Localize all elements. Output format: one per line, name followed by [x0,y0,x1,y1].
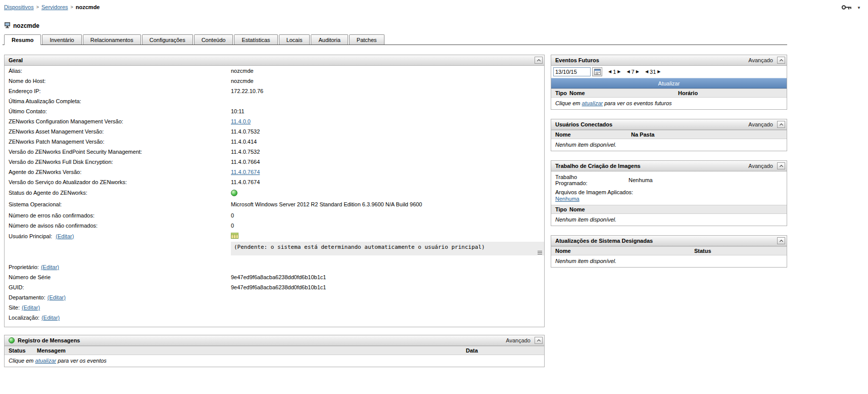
atualizar-link[interactable]: atualizar [582,100,603,106]
collapse-button[interactable] [777,237,785,244]
edit-localizacao-link[interactable]: (Editar) [41,315,60,321]
tab-configuracoes[interactable]: Configurações [142,34,193,45]
collapse-button[interactable] [535,337,543,344]
general-row: ZENworks Asset Management Versão: 11.4.0… [5,126,544,137]
general-row: Proprietário: (Editar) [5,262,544,272]
collapse-button[interactable] [535,57,543,64]
chevron-up-icon [537,339,540,343]
future-events-header: Eventos Futuros Avançado [551,55,787,66]
general-row: Sistema Operacional: Microsoft Windows S… [5,198,544,210]
general-row: Versão do Serviço do Atualizador do ZENw… [5,177,544,187]
column-tipo: Tipo [555,90,569,96]
field-label: Número de Série [9,274,231,280]
back-1-button[interactable]: ◀ [608,70,611,74]
column-status: Status [694,248,711,254]
forward-7-button[interactable]: ▶ [636,70,639,74]
back-31-button[interactable]: ◀ [645,70,648,74]
chevron-up-icon [537,59,540,63]
breadcrumb: Dispositivos > Servidores > nozcmde [4,4,100,10]
general-row: Número de erros não confirmados: 0 [5,210,544,221]
field-value: 9e47ed9f6a8acba6238dd0fd6b10b1c1 [231,274,326,280]
hint-text: Clique em [9,358,35,364]
atualizar-button[interactable]: Atualizar [551,78,787,89]
field-value: 11.4.0.7664 [231,159,260,165]
event-date-controls: ◀ 1 ▶ ◀ 7 ▶ ◀ 31 ▶ [551,66,787,78]
general-row: ZENworks Configuration Management Versão… [5,116,544,126]
edit-primary-user-link[interactable]: (Editar) [56,233,74,239]
edit-proprietario-link[interactable]: (Editar) [41,264,59,270]
general-row: Endereço IP: 172.22.10.76 [5,86,544,96]
tab-estatisticas[interactable]: Estatísticas [234,34,277,45]
advanced-link[interactable]: Avançado [748,163,773,169]
keys-icon[interactable] [841,4,854,12]
nav-7-label: 7 [632,69,635,75]
forward-1-button[interactable]: ▶ [617,70,620,74]
field-label: Número de avisos não confirmados: [9,223,231,229]
column-nome: Nome [555,132,631,138]
field-label: Endereço IP: [9,88,231,94]
nav-31-label: 31 [650,69,656,75]
primary-user-label: Usuário Principal: [9,233,52,239]
field-value: 11.4.0.7532 [231,149,260,155]
field-value: 11.4.0.7674 [231,179,260,185]
field-value: Nenhuma [629,177,653,183]
zcm-version-link[interactable]: 11.4.0.0 [231,118,251,124]
breadcrumb-link-dispositivos[interactable]: Dispositivos [4,4,34,10]
server-icon [4,22,11,30]
hint-text: para ver os eventos futuros [603,100,671,106]
nav-month-group: ◀ 31 ▶ [645,69,661,75]
edit-site-link[interactable]: (Editar) [22,304,40,311]
forward-31-button[interactable]: ▶ [657,70,660,74]
session-controls: ▼ [841,4,861,12]
column-horario: Horário [678,90,698,96]
field-value: 0 [231,212,234,218]
system-updates-header: Atualizações de Sistema Designadas [551,236,787,246]
hint-text: para ver os eventos [56,358,107,364]
tab-resumo[interactable]: Resumo [4,34,41,45]
event-date-input[interactable] [553,67,591,76]
atualizar-link[interactable]: atualizar [35,358,57,364]
panel-title: Atualizações de Sistema Designadas [555,238,777,244]
message-log-header: Registro de Mensagens Avançado [5,335,544,346]
imaging-header: Trabalho de Criação de Imagens Avançado [551,161,787,171]
tab-relacionamentos[interactable]: Relacionamentos [83,34,141,45]
field-value: 11.4.0.7532 [231,128,260,135]
column-status: Status [9,347,37,354]
collapse-button[interactable] [777,121,785,128]
chevron-up-icon [779,123,783,127]
nav-day-group: ◀ 1 ▶ [608,69,620,75]
general-row: Versão do ZENworks EndPoint Security Man… [5,147,544,157]
tab-inventario[interactable]: Inventário [42,34,81,45]
breadcrumb-link-servidores[interactable]: Servidores [41,4,68,10]
message-log-hint: Clique em atualizar para ver os eventos [5,355,544,367]
collapse-button[interactable] [777,57,785,64]
tab-patches[interactable]: Patches [349,34,384,45]
back-7-button[interactable]: ◀ [626,70,630,74]
session-menu-caret-icon[interactable]: ▼ [857,6,861,10]
connected-users-columns: Nome Na Pasta [551,130,787,139]
tab-conteudo[interactable]: Conteúdo [194,34,233,45]
field-value: 0 [231,223,234,229]
agent-version-link[interactable]: 11.4.0.7674 [231,169,260,175]
pending-text: (Pendente: o sistema está determinando a… [234,244,485,250]
nav-1-label: 1 [613,69,616,75]
applied-images-link[interactable]: Nenhuma [555,196,580,202]
calendar-button[interactable] [592,67,602,76]
column-na-pasta: Na Pasta [631,132,654,138]
field-value: nozcmde [231,68,254,74]
field-value: Microsoft Windows Server 2012 R2 Standar… [231,201,422,207]
general-row: Localização: (Editar) [5,313,544,323]
advanced-link[interactable]: Avançado [506,337,531,343]
resize-grip-icon[interactable] [538,251,542,254]
right-column: Eventos Futuros Avançado [551,55,787,268]
advanced-link[interactable]: Avançado [748,57,773,63]
collapse-button[interactable] [777,162,785,169]
general-row: Número de avisos não confirmados: 0 [5,221,544,231]
tab-auditoria[interactable]: Auditoria [311,34,348,45]
field-label: Álias: [9,68,231,74]
column-tipo: Tipo [555,206,569,212]
advanced-link[interactable]: Avançado [748,121,773,127]
tab-locais[interactable]: Locais [279,34,310,45]
connected-users-header: Usuários Conectados Avançado [551,119,787,130]
edit-departamento-link[interactable]: (Editar) [47,294,66,300]
